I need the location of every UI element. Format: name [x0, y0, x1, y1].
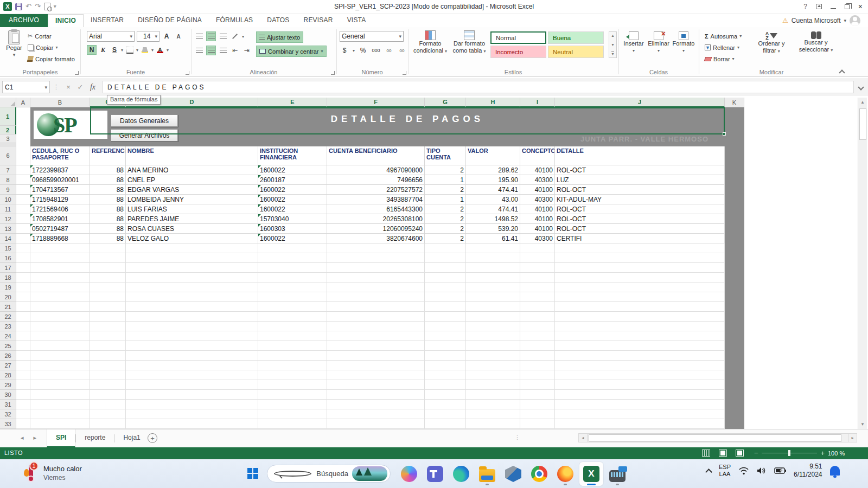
row-header-16[interactable]: 16: [0, 253, 16, 263]
cell[interactable]: [466, 263, 520, 273]
cell[interactable]: [90, 302, 126, 312]
cell[interactable]: [327, 243, 425, 253]
minimize-icon[interactable]: [831, 8, 836, 9]
cell[interactable]: 2: [425, 204, 466, 214]
ribbon-tab-revisar[interactable]: REVISAR: [297, 14, 340, 27]
cell[interactable]: [16, 253, 30, 263]
cell[interactable]: [126, 312, 258, 322]
cell[interactable]: 474.41: [466, 185, 520, 195]
cell[interactable]: [16, 331, 30, 341]
number-format-combo[interactable]: General▾: [340, 31, 404, 42]
cell-style-incorrecto[interactable]: Incorrecto: [490, 46, 546, 58]
cell[interactable]: [327, 253, 425, 263]
cell[interactable]: PAREDES JAIME: [126, 214, 258, 224]
cell[interactable]: 1: [425, 195, 466, 204]
cell[interactable]: [520, 243, 555, 253]
row-header-32[interactable]: 32: [0, 409, 16, 419]
cell[interactable]: [466, 302, 520, 312]
cell[interactable]: [126, 302, 258, 312]
row-header-15[interactable]: 15: [0, 243, 16, 253]
cell[interactable]: [466, 370, 520, 380]
row-header-22[interactable]: 22: [0, 312, 16, 322]
align-top-button[interactable]: [194, 31, 204, 41]
cell[interactable]: 88: [90, 214, 126, 224]
row-header-31[interactable]: 31: [0, 400, 16, 409]
cell[interactable]: [327, 263, 425, 273]
ribbon-tab-dise-o-de-p-gina[interactable]: DISEÑO DE PÁGINA: [131, 14, 209, 27]
clear-button[interactable]: Borrar▾: [703, 53, 743, 65]
cell[interactable]: ANA MERINO: [126, 165, 258, 175]
cell[interactable]: 20265308100: [327, 214, 425, 224]
cell[interactable]: [16, 351, 30, 361]
cell[interactable]: [327, 370, 425, 380]
row-header-23[interactable]: 23: [0, 322, 16, 331]
ribbon-tab-inicio[interactable]: INICIO: [48, 14, 84, 27]
row-header-33[interactable]: 33: [0, 419, 16, 429]
cell[interactable]: 40300: [520, 195, 555, 204]
cell[interactable]: [555, 331, 725, 341]
cell[interactable]: [466, 361, 520, 370]
autosum-button[interactable]: ΣAutosuma▾: [703, 30, 743, 42]
font-name-combo[interactable]: Arial▾: [87, 31, 135, 42]
virtualbox-icon[interactable]: [501, 462, 525, 486]
enter-entry-icon[interactable]: ✓: [74, 83, 86, 91]
cell[interactable]: 88: [90, 185, 126, 195]
row-header-2[interactable]: 2: [0, 126, 16, 134]
cell[interactable]: [30, 390, 90, 400]
cell[interactable]: 6165443300: [327, 204, 425, 214]
cell[interactable]: [555, 380, 725, 390]
cell[interactable]: [520, 341, 555, 351]
cell[interactable]: 1704713567: [30, 185, 90, 195]
cell[interactable]: [126, 282, 258, 292]
name-box-dropdown-icon[interactable]: ▾: [44, 85, 47, 90]
cell[interactable]: [425, 273, 466, 282]
cell[interactable]: [520, 322, 555, 331]
cell[interactable]: [90, 331, 126, 341]
column-header-f[interactable]: F: [327, 98, 425, 107]
help-icon[interactable]: ?: [803, 3, 807, 10]
currency-button[interactable]: $: [340, 46, 349, 55]
cell[interactable]: [126, 292, 258, 302]
cell[interactable]: [16, 292, 30, 302]
percent-button[interactable]: %: [358, 46, 368, 55]
cell[interactable]: [126, 322, 258, 331]
chrome-icon[interactable]: [527, 462, 551, 486]
cell[interactable]: [520, 253, 555, 263]
close-icon[interactable]: ×: [858, 2, 863, 11]
cell[interactable]: [555, 282, 725, 292]
cell[interactable]: [126, 390, 258, 400]
cell[interactable]: [555, 419, 725, 429]
cell[interactable]: 474.41: [466, 204, 520, 214]
cell[interactable]: [425, 409, 466, 419]
ribbon-tab-f-rmulas[interactable]: FÓRMULAS: [209, 14, 260, 27]
cell[interactable]: [466, 380, 520, 390]
worksheet-grid[interactable]: SP Datos Generales Generar Archivos DETA…: [16, 107, 858, 429]
cell[interactable]: 88: [90, 234, 126, 243]
borders-button[interactable]: [125, 45, 135, 55]
cell[interactable]: ROL-OCT: [555, 214, 725, 224]
align-center-button[interactable]: [206, 46, 216, 55]
row-header-20[interactable]: 20: [0, 292, 16, 302]
cell[interactable]: 88: [90, 175, 126, 185]
cell[interactable]: 88: [90, 165, 126, 175]
edge-icon[interactable]: [449, 462, 473, 486]
cell[interactable]: LUIS FARIAS: [126, 204, 258, 214]
cell[interactable]: ROL-OCT: [555, 204, 725, 214]
cell[interactable]: [90, 253, 126, 263]
merge-center-toggle[interactable]: Combinar y centrar ▾: [256, 46, 327, 57]
cell[interactable]: [520, 361, 555, 370]
font-size-combo[interactable]: 14▾: [137, 31, 159, 42]
cell[interactable]: ROL-OCT: [555, 185, 725, 195]
cell[interactable]: [466, 390, 520, 400]
cell[interactable]: [126, 253, 258, 263]
cell[interactable]: [327, 331, 425, 341]
cell[interactable]: 40100: [520, 214, 555, 224]
cell[interactable]: [16, 390, 30, 400]
sheet-tab-hoja1[interactable]: Hoja1: [114, 429, 149, 447]
cell[interactable]: 40100: [520, 224, 555, 234]
cut-button[interactable]: ✂Cortar: [26, 30, 76, 42]
cell[interactable]: 195.90: [466, 175, 520, 185]
battery-icon[interactable]: [774, 467, 786, 474]
scroll-left-icon[interactable]: ◂: [578, 433, 588, 442]
name-box[interactable]: C1 ▾: [2, 81, 50, 93]
